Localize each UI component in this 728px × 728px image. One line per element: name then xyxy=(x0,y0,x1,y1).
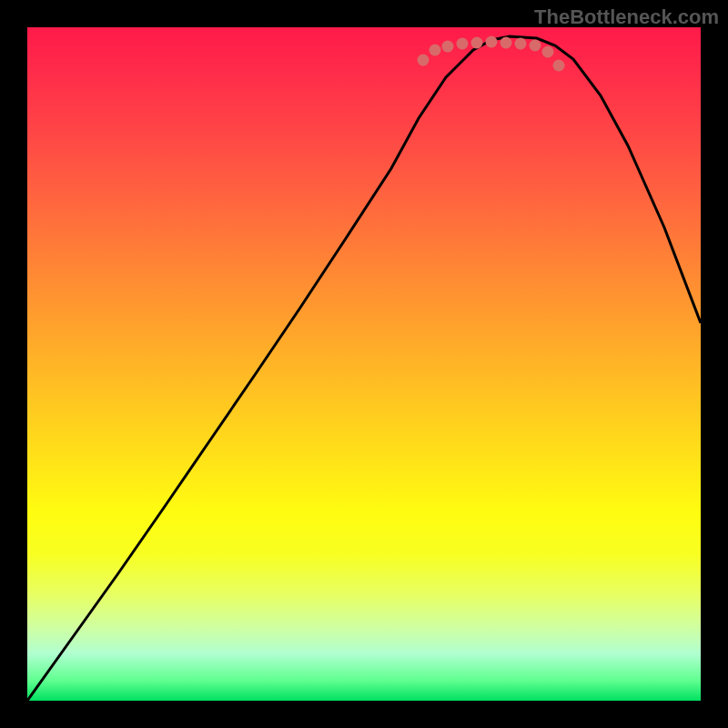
marker-dot xyxy=(500,37,512,49)
marker-dot xyxy=(457,38,469,50)
marker-dot xyxy=(515,38,527,50)
marker-dot xyxy=(418,55,430,66)
watermark-text: TheBottleneck.com xyxy=(534,5,719,29)
marker-dot xyxy=(442,41,454,53)
plot-area xyxy=(27,27,701,701)
bottleneck-curve xyxy=(27,36,701,701)
marker-dot xyxy=(430,45,441,56)
marker-dot xyxy=(530,40,541,52)
marker-dot xyxy=(553,60,565,72)
marker-dot xyxy=(471,37,483,49)
marker-dot xyxy=(542,46,554,58)
marker-dot xyxy=(486,36,498,48)
chart-svg xyxy=(27,27,701,701)
chart-container: TheBottleneck.com xyxy=(0,0,728,728)
